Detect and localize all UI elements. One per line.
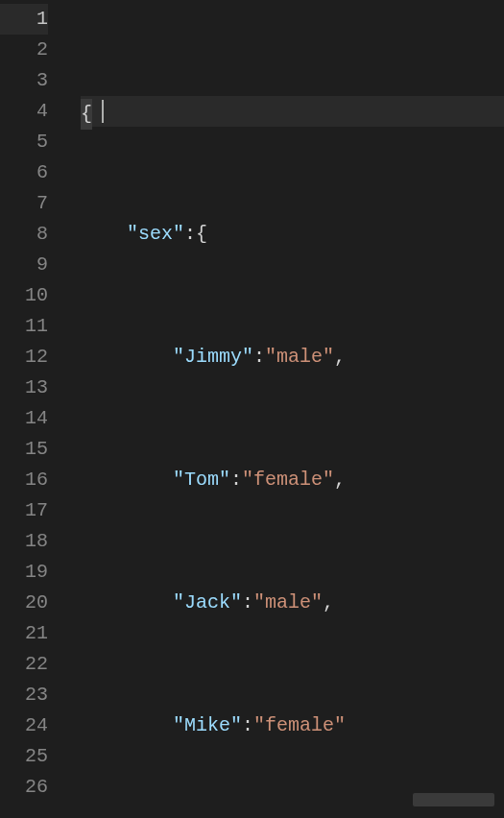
line-number: 26 [0, 772, 48, 803]
line-number: 11 [0, 311, 48, 342]
line-number: 10 [0, 280, 48, 311]
line-number: 12 [0, 342, 48, 373]
code-line[interactable]: "Jack":"male", [81, 588, 504, 618]
json-key: "Jimmy" [173, 346, 253, 368]
line-number: 20 [0, 588, 48, 618]
code-editor[interactable]: 1 2 3 4 5 6 7 8 9 10 11 12 13 14 15 16 1… [0, 0, 504, 818]
json-string: "male" [253, 591, 323, 614]
json-string: "female" [253, 714, 346, 736]
colon: : [184, 223, 196, 245]
line-number: 16 [0, 465, 48, 495]
text-cursor [102, 100, 104, 123]
line-number-gutter: 1 2 3 4 5 6 7 8 9 10 11 12 13 14 15 16 1… [0, 0, 58, 818]
brace-open: { [81, 103, 92, 125]
line-number: 8 [0, 219, 48, 250]
json-key: "Jack" [173, 591, 242, 614]
minimap-overlay [413, 793, 494, 806]
line-number: 5 [0, 127, 48, 157]
line-number: 14 [0, 403, 48, 434]
brace-open: { [196, 223, 207, 245]
json-key: "Tom" [173, 469, 230, 491]
line-number: 7 [0, 188, 48, 219]
line-number: 25 [0, 741, 48, 772]
line-number: 6 [0, 157, 48, 188]
line-number: 23 [0, 680, 48, 710]
line-number: 9 [0, 250, 48, 280]
line-number: 19 [0, 557, 48, 588]
json-key: "sex" [127, 223, 184, 245]
line-number: 3 [0, 65, 48, 96]
line-number: 1 [0, 4, 48, 35]
json-string: "female" [242, 469, 334, 491]
line-number: 24 [0, 710, 48, 741]
line-number: 22 [0, 649, 48, 680]
line-number: 18 [0, 526, 48, 557]
json-string: "male" [265, 346, 334, 368]
code-line[interactable]: "Jimmy":"male", [81, 342, 504, 373]
line-number: 15 [0, 434, 48, 465]
line-number: 13 [0, 373, 48, 403]
line-number: 4 [0, 96, 48, 127]
json-key: "Mike" [173, 714, 242, 736]
line-number: 17 [0, 495, 48, 526]
code-line[interactable]: "Tom":"female", [81, 465, 504, 495]
code-line[interactable]: "Mike":"female" [81, 710, 504, 741]
code-line[interactable]: { [81, 96, 504, 127]
line-number: 21 [0, 618, 48, 649]
line-number: 2 [0, 35, 48, 65]
code-content[interactable]: { "sex":{ "Jimmy":"male", "Tom":"female"… [58, 0, 504, 818]
code-line[interactable]: "sex":{ [81, 219, 504, 250]
